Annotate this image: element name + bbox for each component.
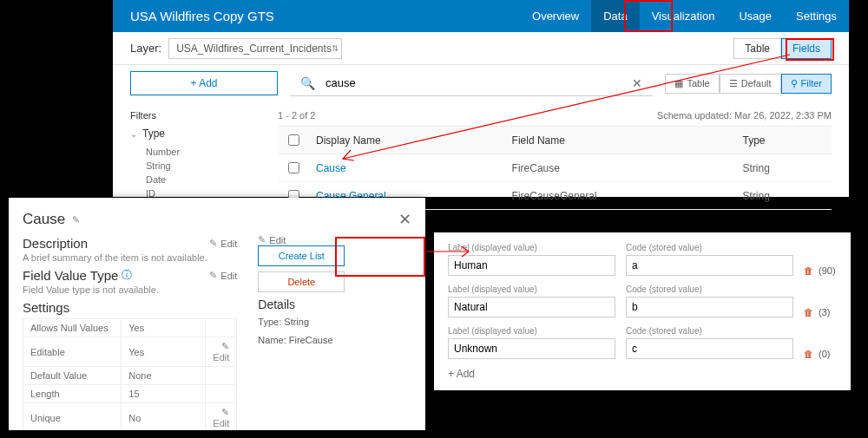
field-modal: Cause ✎ ✕ Description✎Edit A brief summa…: [9, 198, 425, 430]
code-input[interactable]: [626, 255, 793, 276]
setting-row: EditableYes✎ Edit: [23, 337, 237, 367]
detail-name: Name: FireCause: [258, 333, 411, 348]
row-count: (90): [819, 265, 836, 276]
tab-data[interactable]: Data: [591, 0, 639, 32]
filters-heading: Filters: [130, 110, 260, 121]
setting-row: Allows Null ValuesYes: [23, 319, 237, 337]
edit-title-icon[interactable]: ✎: [72, 214, 80, 226]
field-type-cell: String: [736, 154, 832, 182]
layer-label: Layer:: [130, 42, 161, 55]
label-caption: Label (displayed value): [448, 243, 615, 252]
content: Filters ⌄Type Number String Date ID 1 - …: [113, 101, 849, 197]
chevron-updown-icon: ⇅: [332, 43, 339, 53]
row-count: (3): [819, 307, 830, 317]
modal-title: Cause: [23, 211, 65, 228]
pencil-icon: ✎: [209, 270, 217, 281]
list-row: Label (displayed value) Code (stored val…: [448, 326, 837, 359]
edit-fvt[interactable]: ✎Edit: [209, 270, 237, 281]
add-field-button[interactable]: + Add: [130, 71, 278, 95]
pencil-icon: ✎: [209, 238, 217, 249]
details-heading: Details: [258, 297, 411, 311]
tab-settings[interactable]: Settings: [784, 0, 849, 32]
info-icon[interactable]: ⓘ: [122, 268, 132, 283]
table-row: Cause FireCause String: [278, 154, 832, 182]
default-icon: ☰: [729, 78, 738, 89]
view-filter[interactable]: ⚲Filter: [781, 74, 832, 94]
col-field-name[interactable]: Field Name: [505, 127, 736, 154]
edit-description[interactable]: ✎Edit: [209, 238, 237, 249]
trash-icon[interactable]: 🗑: [804, 349, 813, 359]
select-all-checkbox[interactable]: [288, 134, 299, 146]
tool-row: + Add 🔍 ✕ ▦Table ☰Default ⚲Filter: [113, 65, 849, 101]
app-title: USA Wildfires Copy GTS: [130, 9, 520, 23]
filter-date[interactable]: Date: [146, 173, 260, 186]
layer-select[interactable]: USA_Wildfires_Current_Incidents ⇅: [168, 38, 342, 59]
search-wrap: 🔍 ✕: [290, 70, 653, 96]
code-caption: Code (stored value): [626, 284, 793, 294]
result-count: 1 - 2 of 2: [278, 110, 315, 121]
code-caption: Code (stored value): [626, 243, 793, 252]
code-input[interactable]: [626, 297, 793, 317]
tab-visualization[interactable]: Visualization: [640, 0, 727, 32]
delete-button[interactable]: Delete: [258, 271, 345, 292]
col-display-name[interactable]: Display Name: [309, 127, 505, 154]
setting-row: Default ValueNone: [23, 367, 237, 385]
clear-search-icon[interactable]: ✕: [627, 76, 648, 90]
row-count: (0): [819, 349, 830, 359]
view-toggle: ▦Table ☰Default ⚲Filter: [665, 74, 832, 94]
edit-list[interactable]: ✎Edit: [258, 234, 411, 245]
settings-heading: Settings: [23, 300, 237, 315]
search-input[interactable]: [320, 74, 627, 92]
view-default[interactable]: ☰Default: [720, 74, 781, 94]
description-text: A brief summary of the item is not avail…: [23, 252, 237, 263]
edit-setting[interactable]: ✎ Edit: [206, 403, 237, 431]
label-input[interactable]: [448, 297, 615, 317]
filter-group-type[interactable]: ⌄Type: [130, 127, 260, 140]
label-input[interactable]: [448, 338, 615, 359]
schema-updated: Schema updated: Mar 26, 2022, 2:33 PM: [657, 110, 832, 121]
description-heading: Description: [23, 236, 88, 251]
filters-sidebar: Filters ⌄Type Number String Date ID: [113, 101, 278, 197]
fields-main: 1 - 2 of 2 Schema updated: Mar 26, 2022,…: [278, 101, 849, 197]
field-type-cell: String: [736, 182, 832, 210]
close-icon[interactable]: ✕: [398, 210, 411, 229]
filter-string[interactable]: String: [146, 159, 260, 173]
code-caption: Code (stored value): [626, 326, 793, 336]
col-type[interactable]: Type: [736, 127, 832, 154]
table-header: Display Name Field Name Type: [278, 127, 832, 154]
label-caption: Label (displayed value): [448, 326, 615, 336]
layer-select-value: USA_Wildfires_Current_Incidents: [176, 42, 332, 55]
list-row: Label (displayed value) Code (stored val…: [448, 243, 837, 276]
setting-row: UniqueNo✎ Edit: [23, 403, 237, 431]
code-input[interactable]: [626, 338, 793, 359]
trash-icon[interactable]: 🗑: [804, 307, 813, 317]
list-editor: Label (displayed value) Code (stored val…: [434, 232, 851, 390]
label-input[interactable]: [448, 255, 615, 276]
field-name-cell: FireCause: [505, 154, 736, 182]
filter-icon: ⚲: [791, 78, 798, 89]
edit-setting[interactable]: ✎ Edit: [206, 337, 237, 367]
tab-overview[interactable]: Overview: [520, 0, 591, 32]
pencil-icon: ✎: [258, 234, 266, 245]
add-list-item[interactable]: + Add: [448, 368, 837, 380]
detail-type: Type: String: [258, 315, 411, 330]
table-toggle[interactable]: Table: [733, 38, 781, 59]
fvt-heading: Field Value Type: [23, 268, 118, 283]
field-link-cause[interactable]: Cause: [316, 162, 346, 174]
row-checkbox[interactable]: [288, 162, 299, 173]
tab-usage[interactable]: Usage: [727, 0, 784, 32]
trash-icon[interactable]: 🗑: [804, 265, 813, 276]
filter-number[interactable]: Number: [146, 145, 260, 159]
fvt-text: Field Value type is not available.: [23, 284, 237, 295]
label-caption: Label (displayed value): [448, 284, 615, 294]
view-table[interactable]: ▦Table: [665, 74, 719, 94]
top-ribbon: USA Wildfires Copy GTS Overview Data Vis…: [113, 0, 849, 32]
create-list-button[interactable]: Create List: [258, 245, 345, 266]
search-icon: 🔍: [295, 76, 320, 90]
field-name-cell: FireCauseGeneral: [505, 182, 736, 210]
table-icon: ▦: [674, 78, 683, 89]
layer-bar: Layer: USA_Wildfires_Current_Incidents ⇅…: [113, 32, 849, 65]
fields-toggle[interactable]: Fields: [781, 38, 832, 59]
settings-table: Allows Null ValuesYes EditableYes✎ Edit …: [23, 318, 237, 430]
ribbon-tabs: Overview Data Visualization Usage Settin…: [520, 0, 849, 32]
